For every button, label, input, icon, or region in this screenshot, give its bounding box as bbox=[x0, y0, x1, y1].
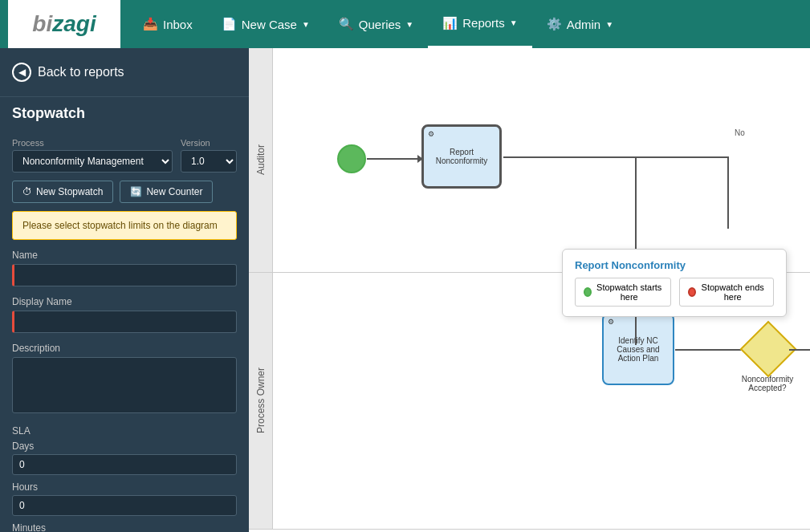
minutes-group: Minutes bbox=[12, 522, 237, 532]
new-counter-label: New Counter bbox=[146, 186, 202, 197]
name-label: Name bbox=[12, 250, 237, 261]
inbox-icon: 📥 bbox=[143, 17, 158, 31]
nav-queries-label: Queries bbox=[359, 18, 401, 31]
name-group: Name bbox=[12, 250, 237, 286]
new-stopwatch-label: New Stopwatch bbox=[36, 186, 103, 197]
version-field: Version 1.0 bbox=[181, 138, 237, 173]
popup-tooltip: Report Nonconformity Stopwatch starts he… bbox=[562, 249, 787, 317]
swimlane-auditor-label: Auditor bbox=[249, 48, 273, 273]
diagram-canvas: Auditor Process Owner ⚙ Report Nonconfor… bbox=[249, 48, 810, 532]
identify-nc-task[interactable]: ⚙ Identify NC Causes and Action Plan bbox=[602, 313, 674, 385]
hours-label: Hours bbox=[12, 481, 237, 493]
arrow-down-1 bbox=[727, 156, 729, 229]
hours-group: Hours bbox=[12, 481, 237, 516]
popup-title: Report Nonconformity bbox=[575, 259, 774, 271]
description-textarea[interactable] bbox=[12, 357, 237, 413]
queries-icon: 🔍 bbox=[339, 17, 354, 31]
arrow-start-to-task bbox=[367, 158, 419, 160]
nav-new-case-label: New Case bbox=[242, 18, 297, 31]
arrow-to-gateway1 bbox=[675, 349, 747, 351]
new-stopwatch-button[interactable]: ⏱ New Stopwatch bbox=[12, 181, 113, 203]
description-group: Description bbox=[12, 343, 237, 416]
topnav: bizagi 📥 Inbox 📄 New Case ▼ 🔍 Queries ▼ … bbox=[0, 0, 810, 48]
report-nonconformity-label: Report Nonconformity bbox=[428, 148, 495, 165]
back-to-reports-button[interactable]: ◀ Back to reports bbox=[0, 48, 249, 97]
hours-input[interactable] bbox=[12, 495, 237, 516]
days-label: Days bbox=[12, 441, 237, 452]
identify-nc-label: Identify NC Causes and Action Plan bbox=[608, 336, 669, 363]
process-field: Process Nonconformity Management bbox=[12, 138, 173, 173]
auditor-label: Auditor bbox=[255, 144, 267, 175]
ends-here-label: Stopwatch ends here bbox=[700, 282, 765, 302]
nav-inbox-label: Inbox bbox=[163, 18, 193, 31]
diagram-area[interactable]: Auditor Process Owner ⚙ Report Nonconfor… bbox=[249, 48, 810, 532]
stopwatch-title: Stopwatch bbox=[0, 97, 249, 126]
display-name-input[interactable] bbox=[12, 311, 237, 333]
alert-message: Please select stopwatch limits on the di… bbox=[22, 220, 218, 231]
description-label: Description bbox=[12, 343, 237, 354]
stopwatch-btn-icon: ⏱ bbox=[22, 186, 32, 197]
start-event bbox=[337, 144, 366, 173]
sidebar: ◀ Back to reports Stopwatch Process Nonc… bbox=[0, 48, 249, 532]
minutes-label: Minutes bbox=[12, 522, 237, 532]
green-dot-icon bbox=[584, 287, 592, 297]
main-layout: ◀ Back to reports Stopwatch Process Nonc… bbox=[0, 48, 810, 532]
new-counter-button[interactable]: 🔄 New Counter bbox=[120, 181, 213, 203]
version-select[interactable]: 1.0 bbox=[181, 150, 237, 173]
sla-label: SLA bbox=[12, 425, 237, 437]
reports-icon: 📊 bbox=[442, 16, 458, 30]
arrow-yes bbox=[789, 349, 810, 351]
app-logo[interactable]: bizagi bbox=[8, 0, 120, 48]
starts-here-button[interactable]: Stopwatch starts here bbox=[575, 278, 671, 307]
nav-admin[interactable]: ⚙️ Admin ▼ bbox=[532, 0, 628, 48]
nonconformity-accepted-label: NonconformityAccepted? bbox=[735, 375, 800, 392]
nav-admin-label: Admin bbox=[567, 18, 601, 31]
process-label: Process bbox=[12, 138, 173, 148]
no-top-label: No bbox=[735, 128, 745, 137]
arrow-up-from-identify bbox=[635, 313, 637, 345]
btn-row: ⏱ New Stopwatch 🔄 New Counter bbox=[12, 181, 237, 203]
reports-caret: ▼ bbox=[510, 18, 518, 27]
queries-caret: ▼ bbox=[405, 20, 413, 29]
back-circle-icon: ◀ bbox=[12, 63, 31, 82]
logo-text: bizagi bbox=[32, 11, 96, 37]
nav-items: 📥 Inbox 📄 New Case ▼ 🔍 Queries ▼ 📊 Repor… bbox=[120, 0, 802, 48]
alert-box: Please select stopwatch limits on the di… bbox=[12, 211, 237, 240]
admin-icon: ⚙️ bbox=[547, 17, 562, 31]
admin-caret: ▼ bbox=[605, 20, 613, 29]
display-name-label: Display Name bbox=[12, 296, 237, 307]
back-to-reports-label: Back to reports bbox=[38, 65, 124, 79]
arrow-task-right bbox=[503, 156, 728, 158]
name-input[interactable] bbox=[12, 264, 237, 286]
swimlane-process-owner-label: Process Owner bbox=[249, 273, 273, 530]
nav-queries[interactable]: 🔍 Queries ▼ bbox=[324, 0, 428, 48]
ends-here-button[interactable]: Stopwatch ends here bbox=[679, 278, 774, 307]
process-version-row: Process Nonconformity Management Version… bbox=[12, 138, 237, 173]
red-dot-icon bbox=[688, 287, 696, 297]
nav-reports[interactable]: 📊 Reports ▼ bbox=[428, 0, 531, 48]
popup-btn-row: Stopwatch starts here Stopwatch ends her… bbox=[575, 278, 774, 307]
nav-reports-label: Reports bbox=[462, 16, 505, 30]
starts-here-label: Stopwatch starts here bbox=[596, 282, 662, 302]
process-select[interactable]: Nonconformity Management bbox=[12, 150, 173, 173]
task-icon-1: ⚙ bbox=[428, 130, 434, 138]
task-icon-2: ⚙ bbox=[608, 318, 614, 326]
nav-inbox[interactable]: 📥 Inbox bbox=[128, 0, 207, 48]
counter-btn-icon: 🔄 bbox=[130, 186, 142, 197]
days-group: Days bbox=[12, 441, 237, 475]
display-name-group: Display Name bbox=[12, 296, 237, 333]
sidebar-form-section: Process Nonconformity Management Version… bbox=[0, 126, 249, 532]
process-owner-label: Process Owner bbox=[255, 368, 267, 433]
days-input[interactable] bbox=[12, 454, 237, 475]
new-case-caret: ▼ bbox=[302, 20, 310, 29]
report-nonconformity-task[interactable]: ⚙ Report Nonconformity bbox=[421, 124, 502, 189]
nav-new-case[interactable]: 📄 New Case ▼ bbox=[207, 0, 324, 48]
version-label: Version bbox=[181, 138, 237, 148]
new-case-icon: 📄 bbox=[222, 17, 237, 31]
